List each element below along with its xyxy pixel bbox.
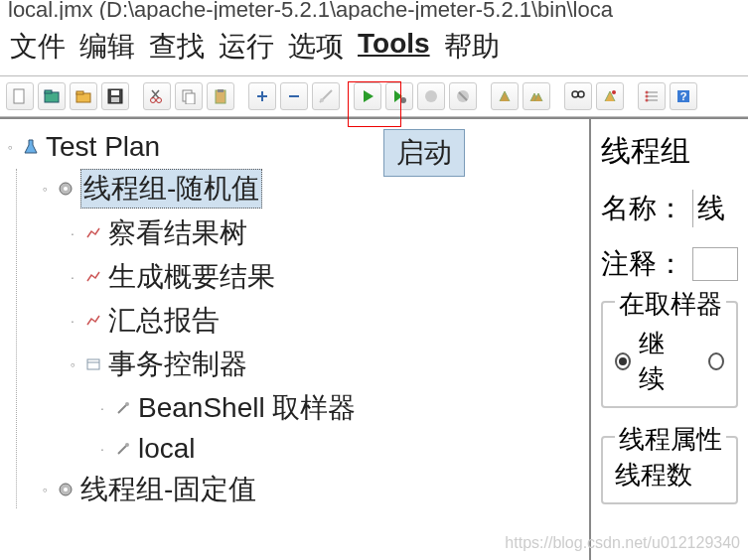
panel-heading: 线程组 — [601, 131, 738, 172]
toolbar: ? — [0, 75, 748, 117]
menu-run[interactable]: 运行 — [219, 28, 274, 66]
sampler-error-group: 在取样器 继续 — [601, 301, 738, 408]
name-label: 名称： — [601, 190, 684, 227]
tree-node-summary-report[interactable]: · 生成概要结果 — [67, 258, 585, 296]
tree-label: Test Plan — [46, 131, 160, 163]
thread-props-group: 线程属性 线程数 — [601, 436, 738, 504]
radio-icon — [708, 352, 724, 370]
toggle-button[interactable] — [312, 82, 340, 110]
tree-toggle-icon[interactable]: ◦ — [67, 356, 78, 372]
controller-icon — [82, 353, 104, 375]
gear-icon — [55, 178, 76, 200]
sampler-icon — [112, 438, 134, 460]
tree-toggle-icon[interactable]: ◦ — [39, 482, 51, 497]
tree-node-aggregate-report[interactable]: · 汇总报告 — [67, 302, 585, 340]
svg-point-31 — [646, 91, 649, 94]
tree-node-view-results[interactable]: · 察看结果树 — [67, 214, 585, 252]
watermark: https://blog.csdn.net/u012129340 — [505, 534, 740, 552]
reset-search-button[interactable] — [596, 82, 624, 110]
comment-input[interactable] — [692, 247, 738, 281]
continue-option[interactable]: 继续 — [615, 327, 724, 396]
properties-pane: 线程组 名称： 线 注释： 在取样器 继续 线程属性 线程数 — [591, 119, 748, 560]
thread-count-label: 线程数 — [615, 458, 724, 492]
tree-node-thread-group-random[interactable]: ◦ 线程组-随机值 — [39, 169, 585, 209]
tree-label: 察看结果树 — [108, 214, 247, 252]
paste-button[interactable] — [207, 82, 234, 110]
open-button[interactable] — [70, 82, 97, 110]
name-row: 名称： 线 — [601, 190, 738, 227]
svg-rect-13 — [218, 89, 224, 92]
start-no-pause-button[interactable] — [385, 82, 413, 110]
tree-label: 线程组-固定值 — [80, 471, 256, 508]
tree-label: BeanShell 取样器 — [138, 389, 356, 427]
tree-toggle-icon[interactable]: ◦ — [39, 181, 51, 197]
window-title: local.jmx (D:\apache-jmeter-5.2.1\apache… — [0, 0, 748, 20]
menu-edit[interactable]: 编辑 — [79, 28, 135, 66]
new-file-button[interactable] — [6, 82, 34, 110]
help-button[interactable]: ? — [670, 82, 697, 110]
svg-rect-0 — [14, 89, 24, 103]
save-button[interactable] — [101, 82, 129, 110]
svg-point-41 — [125, 443, 129, 447]
menu-help[interactable]: 帮助 — [444, 28, 500, 66]
svg-rect-7 — [111, 97, 119, 102]
cut-button[interactable] — [143, 82, 171, 110]
chart-icon — [82, 222, 104, 244]
content-area: ◦ Test Plan ◦ 线程组-随机值 · 察看结果树 · 生成概要结果 · — [0, 117, 748, 560]
svg-rect-38 — [87, 359, 99, 369]
clear-button[interactable] — [491, 82, 519, 110]
stop-button[interactable] — [417, 82, 445, 110]
tree-leaf-icon: · — [96, 400, 108, 416]
svg-rect-6 — [111, 90, 119, 95]
menu-file[interactable]: 文件 — [10, 28, 66, 66]
svg-point-40 — [125, 402, 129, 406]
tree-pane: ◦ Test Plan ◦ 线程组-随机值 · 察看结果树 · 生成概要结果 · — [0, 119, 591, 560]
svg-point-27 — [612, 90, 616, 94]
start-tooltip: 启动 — [383, 129, 465, 177]
svg-marker-18 — [364, 90, 374, 102]
tree-node-thread-group-fixed[interactable]: ◦ 线程组-固定值 — [39, 471, 585, 508]
svg-point-21 — [425, 90, 437, 102]
tree-node-test-plan[interactable]: ◦ Test Plan — [4, 131, 585, 163]
open-templates-button[interactable] — [38, 82, 66, 110]
copy-button[interactable] — [175, 82, 203, 110]
tree-label: local — [138, 433, 196, 465]
search-button[interactable] — [564, 82, 592, 110]
shutdown-button[interactable] — [449, 82, 477, 110]
clear-all-button[interactable] — [523, 82, 550, 110]
svg-rect-2 — [45, 90, 52, 93]
collapse-button[interactable] — [280, 82, 308, 110]
svg-point-9 — [157, 98, 162, 103]
tree-node-transaction-controller[interactable]: ◦ 事务控制器 — [67, 346, 585, 383]
tree-label: 汇总报告 — [108, 302, 220, 340]
menu-search[interactable]: 查找 — [149, 28, 205, 66]
comment-row: 注释： — [601, 245, 738, 283]
radio-icon — [615, 352, 631, 370]
comment-label: 注释： — [601, 245, 684, 283]
svg-point-32 — [646, 95, 649, 98]
tree-leaf-icon: · — [67, 313, 78, 329]
chart-icon — [82, 266, 104, 288]
svg-point-33 — [646, 99, 649, 102]
svg-text:?: ? — [680, 90, 687, 102]
svg-rect-4 — [76, 91, 83, 94]
menu-bar: 文件 编辑 查找 运行 选项 Tools 帮助 — [0, 20, 748, 75]
menu-options[interactable]: 选项 — [288, 28, 344, 66]
name-value[interactable]: 线 — [692, 190, 725, 227]
svg-point-17 — [320, 98, 324, 102]
svg-point-37 — [64, 187, 68, 191]
expand-button[interactable] — [248, 82, 276, 110]
tree-leaf-icon: · — [67, 225, 78, 241]
tree-label: 事务控制器 — [108, 346, 247, 383]
menu-tools[interactable]: Tools — [358, 28, 430, 66]
start-button[interactable] — [354, 82, 381, 110]
function-helper-button[interactable] — [638, 82, 666, 110]
sampler-icon — [112, 397, 134, 419]
tree-leaf-icon: · — [96, 441, 108, 457]
tree-label: 线程组-随机值 — [80, 169, 262, 209]
flask-icon — [20, 136, 42, 158]
sampler-error-group-label: 在取样器 — [615, 287, 726, 322]
tree-node-beanshell-sampler[interactable]: · BeanShell 取样器 — [96, 389, 585, 427]
tree-toggle-icon[interactable]: ◦ — [4, 139, 16, 155]
tree-node-local-sampler[interactable]: · local — [96, 433, 585, 465]
